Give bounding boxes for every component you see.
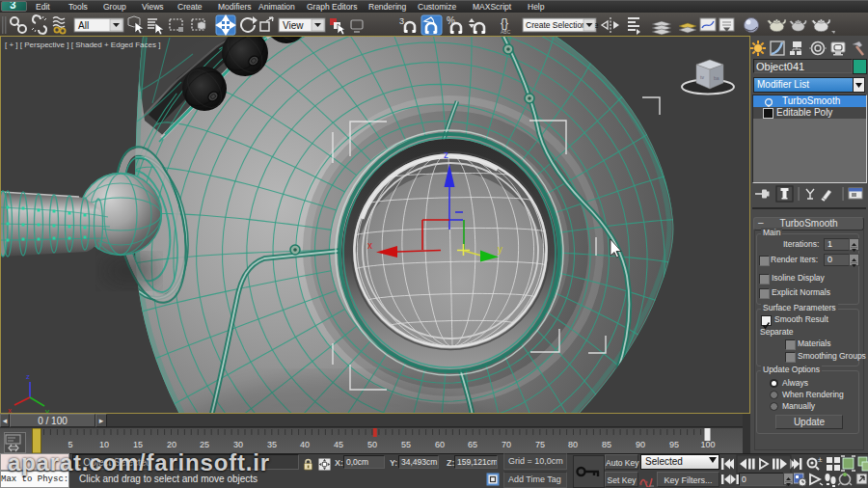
svg-text:x: x [367,240,372,251]
svg-text:z: z [26,372,30,381]
svg-text:3: 3 [399,16,404,26]
svg-text:z: z [444,149,448,160]
svg-text:10: 10 [99,440,109,449]
svg-text:20: 20 [167,440,176,449]
svg-text:y: y [498,244,502,255]
svg-text:tv: tv [700,74,704,80]
svg-text:65: 65 [468,440,477,449]
svg-text:90: 90 [636,440,645,449]
svg-text:70: 70 [502,440,511,449]
svg-text:y: y [45,407,49,414]
svg-text:5: 5 [68,440,72,449]
svg-text:View: View [283,20,304,31]
svg-text:95: 95 [669,440,679,449]
svg-text:100: 100 [700,440,715,449]
svg-text:ba: ba [714,75,719,81]
svg-text:85: 85 [602,440,611,449]
svg-text:80: 80 [568,440,578,449]
svg-text:15: 15 [133,440,143,449]
svg-text:50: 50 [367,440,377,449]
svg-text:ABC: ABC [501,29,511,35]
svg-text:75: 75 [535,440,545,449]
svg-text:40: 40 [300,440,310,449]
svg-text:All: All [78,20,89,31]
svg-text:25: 25 [200,440,209,449]
svg-text:x: x [8,406,12,414]
svg-text:55: 55 [401,440,411,449]
svg-text:±: ± [818,455,823,464]
svg-text:30: 30 [233,440,243,449]
svg-text:{}: {} [501,16,508,30]
svg-text:35: 35 [267,440,277,449]
svg-text:60: 60 [435,440,445,449]
svg-text:45: 45 [334,440,343,449]
